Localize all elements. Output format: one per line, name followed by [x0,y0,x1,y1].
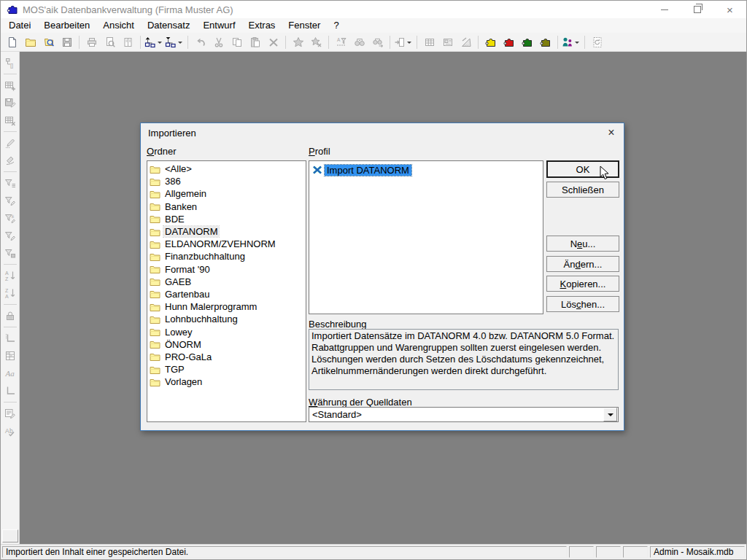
minimize-button[interactable] [648,1,681,18]
expand-up-button[interactable] [144,34,164,50]
folder-icon [150,377,161,387]
page-layout-button[interactable] [119,34,137,50]
users-dropdown-arrow[interactable] [575,42,579,46]
filter-edit-button[interactable] [2,192,18,209]
restore-button[interactable] [681,1,713,18]
menu-item-bearbeiten[interactable]: Bearbeiten [37,18,96,33]
favorite-button[interactable] [289,34,307,50]
find-button[interactable] [350,34,368,50]
profile-listbox[interactable]: Import DATANORM [309,160,543,314]
expand-up-dropdown-arrow[interactable] [158,42,162,46]
sort-az-button[interactable]: AZ [2,267,18,284]
delete-button[interactable] [264,34,282,50]
goto-button[interactable] [393,34,414,50]
new-file-button[interactable] [3,34,21,50]
spelling-button[interactable]: Ab [2,422,18,440]
save-button[interactable] [58,34,76,50]
filter-button[interactable]: A [332,34,350,50]
corner-bottom-button[interactable] [2,382,18,400]
print-button[interactable] [82,34,101,50]
open-file-button[interactable] [21,34,39,50]
folder-item[interactable]: Banken [147,201,306,213]
kopieren-button[interactable]: Kopieren... [546,276,619,292]
save-icon [61,36,73,48]
folder-item[interactable]: Hunn Malerprogramm [147,300,306,313]
expand-down-button[interactable] [164,34,185,50]
sort-za-button[interactable]: ZA [2,284,18,302]
ok-button[interactable]: OK [546,160,619,178]
copy-button[interactable] [228,34,246,50]
menu-item-datensatz[interactable]: Datensatz [141,18,197,33]
expand-down-dropdown-arrow[interactable] [178,42,182,46]
goto-dropdown-arrow[interactable] [407,42,411,46]
properties-button[interactable] [2,405,18,422]
refresh-icon [592,36,603,48]
module-olive-button[interactable] [536,34,554,50]
edit-record-button[interactable] [2,134,18,152]
users-button[interactable] [561,34,581,50]
dialog-close-icon[interactable]: × [602,125,621,141]
folder-item[interactable]: Gartenbau [147,288,306,300]
table-view-button[interactable] [420,34,438,50]
hierarchy-button[interactable]: [] [2,54,18,71]
menu-item-entwurf[interactable]: Entwurf [196,18,241,33]
aendern-button[interactable]: Ändern... [546,256,619,272]
filter-save-button[interactable] [2,244,18,262]
schliessen-button[interactable]: Schließen [546,182,619,198]
close-button[interactable]: × [713,1,746,18]
format-paint-button[interactable] [2,152,18,169]
form-view-button[interactable] [438,34,457,50]
folder-item[interactable]: ELDANORM/ZVEHNORM [147,238,306,250]
filter-plusminus-button[interactable]: ± [2,209,18,227]
menu-item-ansicht[interactable]: Ansicht [96,18,141,33]
folder-item[interactable]: 386 [147,175,306,187]
module-yellow-button[interactable] [481,34,500,50]
folder-item[interactable]: DATANORM [147,225,306,238]
cut-button[interactable] [209,34,228,50]
profile-item[interactable]: Import DATANORM [309,163,543,176]
folder-item[interactable]: Vorlagen [147,376,306,388]
folder-item[interactable]: TGP [147,363,306,376]
lock-button[interactable] [2,307,18,324]
menu-item-datei[interactable]: Datei [2,18,37,33]
print-preview-button[interactable] [101,34,119,50]
module-green-button[interactable] [518,34,536,50]
favorite-remove-button[interactable] [307,34,325,50]
folder-icon [150,239,161,249]
new-record-button[interactable] [2,77,18,94]
folder-listbox[interactable]: <Alle>386AllgemeinBankenBDEDATANORMELDAN… [147,160,306,422]
waehrung-dropdown-button[interactable] [603,408,617,421]
folder-item[interactable]: ÖNORM [147,338,306,351]
undo-button[interactable] [191,34,209,50]
find-next-button[interactable] [368,34,387,50]
folder-item[interactable]: PRO-GaLa [147,351,306,363]
folder-item[interactable]: GAEB [147,276,306,288]
waehrung-combobox[interactable]: <Standard> [309,407,619,422]
font-button[interactable]: Aa [2,365,18,382]
module-red-button[interactable] [500,34,518,50]
design-view-button[interactable] [457,34,475,50]
refresh-button[interactable] [588,34,606,50]
menu-item-fenster[interactable]: Fenster [282,18,327,33]
delete-record-button[interactable] [2,112,18,129]
folder-item[interactable]: Lohnbuchhaltung [147,313,306,325]
loeschen-button[interactable]: Löschen... [546,296,619,312]
grid-columns-button[interactable] [2,347,18,365]
paste-button[interactable] [246,34,264,50]
menu-item-extras[interactable]: Extras [242,18,282,33]
folder-item[interactable]: Allgemein [147,187,306,200]
folder-item[interactable]: Lowey [147,325,306,338]
folder-item[interactable]: Format '90 [147,263,306,276]
beschreibung-label: Beschreibung [309,319,367,330]
folder-item[interactable]: BDE [147,213,306,225]
search-file-button[interactable] [39,34,58,50]
filter-edit-icon [4,195,16,206]
menu-item-item[interactable]: ? [327,18,345,33]
filter-apply-button[interactable] [2,227,18,244]
save-record-button[interactable] [2,94,18,112]
folder-item[interactable]: Finanzbuchhaltung [147,250,306,262]
filter-list-button[interactable] [2,174,18,192]
corner-top-button[interactable] [2,330,18,347]
neu-button[interactable]: Neu... [546,236,619,252]
folder-item[interactable]: <Alle> [147,163,306,175]
